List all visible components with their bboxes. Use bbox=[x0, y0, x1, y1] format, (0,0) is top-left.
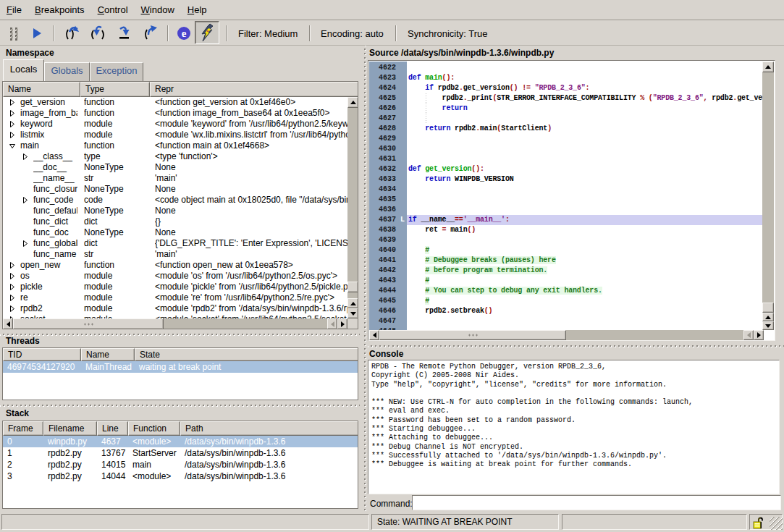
sash-namespace-threads[interactable] bbox=[0, 330, 360, 336]
namespace-row[interactable]: keywordmodule<module 'keyword' from '/us… bbox=[3, 119, 347, 130]
scroll-button[interactable] bbox=[347, 298, 358, 308]
line-number[interactable]: 4626 bbox=[369, 104, 396, 114]
scroll-button[interactable] bbox=[762, 313, 774, 321]
line-number[interactable]: 4637 bbox=[369, 215, 396, 225]
namespace-row[interactable]: func_globalsdict{'DLG_EXPR_TITLE': 'Ente… bbox=[3, 238, 347, 249]
namespace-row[interactable]: remodule<module 're' from '/usr/lib64/py… bbox=[3, 292, 347, 303]
expand-arrow-icon[interactable] bbox=[22, 196, 29, 204]
expand-arrow-icon[interactable] bbox=[22, 153, 29, 161]
source-editor[interactable]: 4622462346244625462646274628462946304631… bbox=[368, 60, 775, 341]
line-number[interactable]: 4624 bbox=[369, 83, 396, 93]
namespace-row[interactable]: open_newfunction<function open_new at 0x… bbox=[3, 260, 347, 271]
column-header-type[interactable]: Type bbox=[80, 82, 150, 97]
namespace-row[interactable]: func_defaultsNoneTypeNone bbox=[3, 206, 347, 216]
namespace-row[interactable]: __class__type<type 'function'> bbox=[3, 151, 347, 162]
tab-globals[interactable]: Globals bbox=[44, 62, 90, 81]
namespace-row[interactable]: func_codecode<code object main at 0x1802… bbox=[3, 195, 347, 206]
step-out-button[interactable] bbox=[140, 24, 159, 43]
collapse-arrow-icon[interactable] bbox=[9, 142, 16, 150]
line-number[interactable]: 4634 bbox=[369, 185, 396, 195]
line-number[interactable]: 4636 bbox=[369, 205, 396, 215]
source-vscrollbar[interactable] bbox=[762, 62, 774, 330]
synchronicity-button[interactable] bbox=[195, 21, 219, 44]
line-number[interactable]: 4642 bbox=[369, 266, 396, 276]
line-number[interactable]: 4647 bbox=[369, 316, 396, 326]
line-number[interactable]: 4644 bbox=[369, 286, 396, 296]
stack-row[interactable]: 2rpdb2.py14015main/data/sys/bin/winpdb-1… bbox=[3, 459, 358, 470]
scroll-button[interactable] bbox=[3, 318, 13, 329]
expand-arrow-icon[interactable] bbox=[9, 98, 16, 106]
expand-arrow-icon[interactable] bbox=[9, 109, 16, 117]
line-number[interactable]: 4625 bbox=[369, 93, 396, 104]
line-number[interactable]: 4639 bbox=[369, 235, 396, 245]
stack-header-function[interactable]: Function bbox=[128, 421, 180, 436]
step-over-button[interactable] bbox=[62, 24, 81, 43]
scroll-button[interactable] bbox=[754, 330, 764, 340]
line-number[interactable]: 4628 bbox=[369, 124, 396, 134]
menu-control[interactable]: Control bbox=[91, 1, 135, 19]
namespace-vscrollbar[interactable] bbox=[347, 97, 358, 318]
namespace-row[interactable]: rpdb2module<module 'rpdb2' from '/data/s… bbox=[3, 303, 347, 314]
scroll-button[interactable] bbox=[743, 330, 754, 340]
expand-arrow-icon[interactable] bbox=[9, 305, 16, 313]
line-number[interactable]: 4629 bbox=[369, 134, 396, 144]
namespace-row[interactable]: get_versionfunction<function get_version… bbox=[3, 97, 347, 108]
scroll-thumb[interactable] bbox=[347, 282, 358, 292]
console-output[interactable]: RPDB - The Remote Python Debugger, versi… bbox=[368, 360, 780, 494]
expand-arrow-icon[interactable] bbox=[22, 240, 29, 248]
namespace-row[interactable]: func_namestr'main' bbox=[3, 249, 347, 260]
namespace-row[interactable]: __doc__NoneTypeNone bbox=[3, 162, 347, 173]
scroll-thumb[interactable] bbox=[13, 318, 164, 329]
line-number[interactable]: 4622 bbox=[369, 63, 396, 73]
line-number[interactable]: 4640 bbox=[369, 245, 396, 256]
scroll-button[interactable] bbox=[762, 321, 774, 330]
line-number[interactable]: 4641 bbox=[369, 256, 396, 266]
line-number[interactable]: 4633 bbox=[369, 174, 396, 185]
line-number[interactable]: 4643 bbox=[369, 276, 396, 286]
expand-arrow-icon[interactable] bbox=[9, 294, 16, 302]
line-number[interactable]: 4645 bbox=[369, 296, 396, 306]
namespace-row[interactable]: listmixmodule<module 'wx.lib.mixins.list… bbox=[3, 130, 347, 140]
thread-header-state[interactable]: State bbox=[135, 348, 358, 361]
namespace-row[interactable]: osmodule<module 'os' from '/usr/lib64/py… bbox=[3, 271, 347, 282]
sash-source-console[interactable] bbox=[368, 342, 784, 347]
sash-main-vertical[interactable] bbox=[360, 46, 368, 512]
sash-threads-stack[interactable] bbox=[0, 401, 360, 407]
line-number[interactable]: 4646 bbox=[369, 306, 396, 316]
namespace-row[interactable]: func_dictdict{} bbox=[3, 216, 347, 227]
expand-arrow-icon[interactable] bbox=[9, 131, 16, 139]
thread-row[interactable]: 46974534127920MainThreadwaiting at break… bbox=[3, 361, 358, 373]
line-number[interactable]: 4632 bbox=[369, 164, 396, 174]
goto-line-button[interactable] bbox=[114, 24, 133, 43]
line-number[interactable]: 4638 bbox=[369, 225, 396, 235]
scroll-thumb[interactable] bbox=[379, 330, 566, 340]
line-number[interactable]: 4627 bbox=[369, 114, 396, 124]
menu-file[interactable]: File bbox=[0, 1, 28, 19]
menu-help[interactable]: Help bbox=[181, 1, 214, 19]
expand-arrow-icon[interactable] bbox=[9, 120, 16, 128]
namespace-row[interactable]: func_closureNoneTypeNone bbox=[3, 184, 347, 195]
stack-header-line[interactable]: Line bbox=[97, 421, 128, 436]
menu-window[interactable]: Window bbox=[135, 1, 181, 19]
scroll-button[interactable] bbox=[347, 97, 358, 108]
scroll-thumb[interactable] bbox=[762, 303, 774, 313]
tab-locals[interactable]: Locals bbox=[3, 59, 44, 81]
expand-arrow-icon[interactable] bbox=[9, 283, 16, 291]
step-into-button[interactable] bbox=[88, 24, 107, 43]
thread-header-tid[interactable]: TID bbox=[3, 348, 81, 361]
column-header-name[interactable]: Name bbox=[3, 82, 80, 97]
resize-grip[interactable] bbox=[770, 517, 783, 530]
source-hscrollbar[interactable] bbox=[369, 330, 764, 340]
namespace-row[interactable]: func_docNoneTypeNone bbox=[3, 227, 347, 238]
stack-row[interactable]: 1rpdb2.py13767StartServer/data/sys/bin/w… bbox=[3, 447, 358, 459]
expand-arrow-icon[interactable] bbox=[9, 261, 16, 269]
menu-breakpoints[interactable]: Breakpoints bbox=[28, 1, 91, 19]
scroll-button[interactable] bbox=[347, 308, 358, 318]
break-button[interactable] bbox=[4, 24, 23, 43]
namespace-row[interactable]: picklemodule<module 'pickle' from '/usr/… bbox=[3, 282, 347, 292]
scroll-trough[interactable] bbox=[762, 62, 774, 330]
scroll-button[interactable] bbox=[327, 318, 337, 329]
go-button[interactable] bbox=[28, 24, 46, 43]
stack-row[interactable]: 3rpdb2.py14044<module>/data/sys/bin/winp… bbox=[3, 470, 358, 482]
scroll-button[interactable] bbox=[337, 318, 347, 329]
